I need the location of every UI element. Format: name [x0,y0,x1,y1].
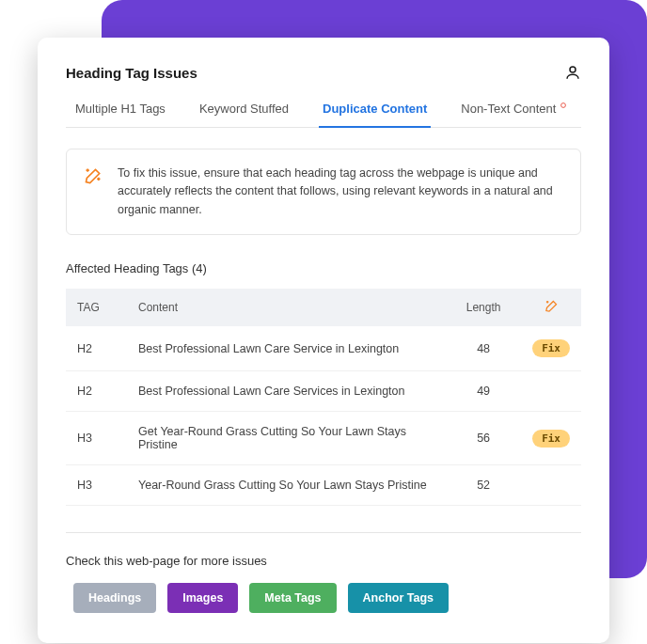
cell-content: Year-Round Grass Cutting So Your Lawn St… [127,465,446,506]
affected-title: Affected Heading Tags (4) [66,261,581,275]
cell-content: Best Professional Lawn Care Services in … [127,371,446,412]
col-content: Content [127,289,446,326]
tab-label: Non-Text Content [461,102,556,116]
col-length: Length [446,289,521,326]
cell-length: 49 [446,371,521,412]
cell-tag: H2 [66,371,127,412]
page-title: Heading Tag Issues [66,65,197,81]
chips-row: HeadingsImagesMeta TagsAnchor Tags [66,583,581,613]
cell-length: 56 [446,412,521,465]
table-row: H3Year-Round Grass Cutting So Your Lawn … [66,465,581,506]
card-header: Heading Tag Issues [66,64,581,81]
cell-fix: Fix [521,326,581,371]
cell-fix [521,371,581,412]
tip-text: To fix this issue, ensure that each head… [118,165,563,219]
table-row: H2Best Professional Lawn Care Service in… [66,326,581,371]
tab-label: Multiple H1 Tags [75,102,166,116]
tab-non-text-content[interactable]: Non-Text Content [461,102,556,127]
magic-wand-icon [84,166,103,185]
col-fix [521,289,581,326]
alert-badge-icon [560,97,566,102]
cell-tag: H3 [66,465,127,506]
cell-content: Best Professional Lawn Care Service in L… [127,326,446,371]
affected-table: TAG Content Length H2Best Professional L… [66,289,581,506]
cell-tag: H3 [66,412,127,465]
chip-headings[interactable]: Headings [73,583,156,613]
fix-button[interactable]: Fix [532,430,570,448]
tab-multiple-h1-tags[interactable]: Multiple H1 Tags [75,102,166,127]
cell-fix: Fix [521,412,581,465]
tab-keyword-stuffed[interactable]: Keyword Stuffed [199,102,289,127]
more-issues-title: Check this web-page for more issues [66,554,581,568]
table-row: H2Best Professional Lawn Care Services i… [66,371,581,412]
svg-point-0 [570,67,576,72]
svg-point-1 [561,103,566,108]
tabs-bar: Multiple H1 TagsKeyword StuffedDuplicate… [66,102,581,128]
tab-duplicate-content[interactable]: Duplicate Content [323,102,427,127]
tip-box: To fix this issue, ensure that each head… [66,149,581,235]
table-header-row: TAG Content Length [66,289,581,326]
tab-label: Duplicate Content [323,102,427,116]
cell-fix [521,465,581,506]
fix-button[interactable]: Fix [532,339,570,357]
chip-images[interactable]: Images [167,583,238,613]
chip-anchor-tags[interactable]: Anchor Tags [348,583,449,613]
user-icon[interactable] [564,64,581,81]
cell-content: Get Year-Round Grass Cutting So Your Law… [127,412,446,465]
cell-tag: H2 [66,326,127,371]
magic-wand-icon [544,299,559,313]
issues-card: Heading Tag Issues Multiple H1 TagsKeywo… [38,38,609,643]
chip-meta-tags[interactable]: Meta Tags [249,583,336,613]
cell-length: 52 [446,465,521,506]
divider [66,532,581,533]
cell-length: 48 [446,326,521,371]
col-tag: TAG [66,289,127,326]
table-row: H3Get Year-Round Grass Cutting So Your L… [66,412,581,465]
tab-label: Keyword Stuffed [199,102,289,116]
